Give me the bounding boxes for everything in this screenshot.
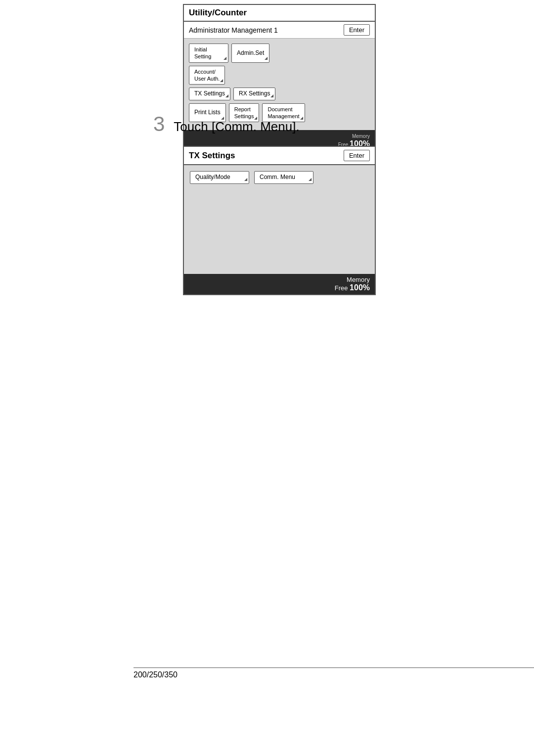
screen2-title-label: TX Settings	[189, 151, 235, 161]
screen2-btn-row1: Quality/Mode Comm. Menu	[190, 171, 369, 184]
screen1-btn-row2: Account/User Auth.	[189, 66, 370, 85]
screen2-tx-settings: TX Settings Enter Quality/Mode Comm. Men…	[183, 146, 376, 295]
screen1-enter-button[interactable]: Enter	[344, 24, 370, 36]
tx-settings-button[interactable]: TX Settings	[189, 88, 230, 100]
screen2-footer: MemoryFree 100%	[184, 274, 375, 294]
step-text: Touch [Comm. Menu].	[174, 119, 299, 134]
screen1-subbar-label: Administrator Management 1	[189, 26, 278, 34]
footnote-text: 200/250/350	[134, 670, 178, 679]
admin-set-button[interactable]: Admin.Set	[231, 44, 269, 63]
step-number: 3	[153, 114, 165, 134]
account-user-auth-button[interactable]: Account/User Auth.	[189, 66, 225, 85]
screen1-title: Utility/Counter	[184, 5, 375, 22]
comm-menu-button[interactable]: Comm. Menu	[254, 171, 313, 184]
screen2-enter-button[interactable]: Enter	[344, 150, 370, 161]
screen2-memory-pct: 100%	[350, 283, 370, 292]
screen1-btn-row3: TX Settings RX Settings	[189, 88, 370, 100]
screen1-btn-row1: InitialSetting Admin.Set	[189, 44, 370, 63]
screen1-subbar: Administrator Management 1 Enter	[184, 22, 375, 39]
page: Utility/Counter Administrator Management…	[0, 0, 534, 756]
screen1-title-label: Utility/Counter	[189, 8, 247, 17]
step-instruction: 3 Touch [Comm. Menu].	[153, 114, 300, 134]
footnote: 200/250/350	[134, 667, 534, 679]
screen2-titlebar: TX Settings Enter	[184, 147, 375, 165]
initial-setting-button[interactable]: InitialSetting	[189, 44, 228, 63]
screen2-body: Quality/Mode Comm. Menu	[184, 165, 375, 274]
quality-mode-button[interactable]: Quality/Mode	[190, 171, 249, 184]
rx-settings-button[interactable]: RX Settings	[233, 88, 275, 100]
